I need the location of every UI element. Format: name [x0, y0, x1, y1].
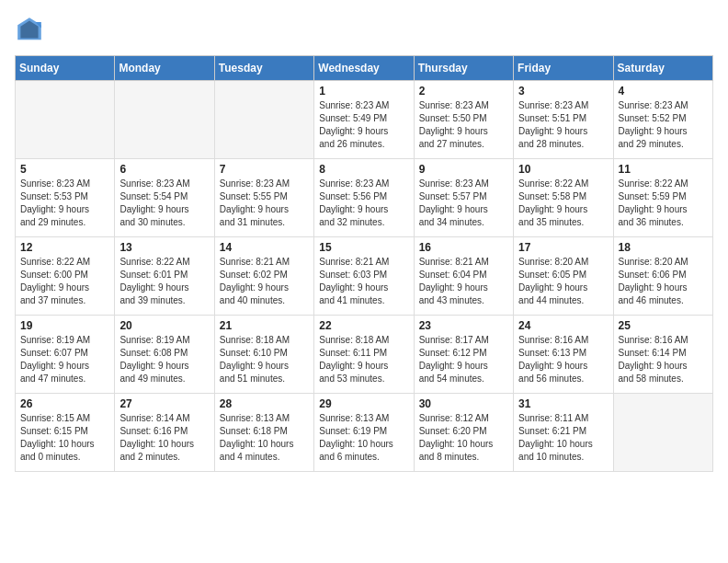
weekday-wednesday: Wednesday [314, 56, 414, 81]
week-row-5: 26Sunrise: 8:15 AM Sunset: 6:15 PM Dayli… [16, 394, 713, 472]
day-number: 12 [20, 241, 109, 254]
day-info: Sunrise: 8:11 AM Sunset: 6:21 PM Dayligh… [518, 412, 608, 464]
day-number: 22 [319, 319, 408, 332]
day-cell: 26Sunrise: 8:15 AM Sunset: 6:15 PM Dayli… [16, 394, 115, 472]
day-number: 8 [319, 163, 408, 176]
day-number: 17 [518, 241, 608, 254]
day-cell: 8Sunrise: 8:23 AM Sunset: 5:56 PM Daylig… [314, 159, 414, 237]
day-cell [115, 81, 214, 159]
day-number: 28 [220, 397, 309, 410]
day-info: Sunrise: 8:22 AM Sunset: 5:59 PM Dayligh… [619, 178, 708, 229]
day-info: Sunrise: 8:23 AM Sunset: 5:56 PM Dayligh… [319, 178, 408, 229]
day-info: Sunrise: 8:13 AM Sunset: 6:18 PM Dayligh… [220, 412, 309, 464]
day-cell: 16Sunrise: 8:21 AM Sunset: 6:04 PM Dayli… [414, 237, 513, 316]
day-info: Sunrise: 8:18 AM Sunset: 6:11 PM Dayligh… [319, 334, 408, 385]
day-cell: 20Sunrise: 8:19 AM Sunset: 6:08 PM Dayli… [115, 316, 214, 394]
day-number: 24 [518, 319, 608, 332]
calendar-body: 1Sunrise: 8:23 AM Sunset: 5:49 PM Daylig… [16, 81, 713, 472]
day-number: 11 [619, 163, 708, 176]
day-number: 25 [619, 319, 708, 332]
day-number: 20 [119, 319, 209, 332]
day-number: 6 [119, 163, 209, 176]
day-number: 23 [419, 319, 508, 332]
day-number: 18 [619, 241, 708, 254]
day-cell: 3Sunrise: 8:23 AM Sunset: 5:51 PM Daylig… [514, 81, 613, 159]
weekday-saturday: Saturday [613, 56, 712, 81]
day-info: Sunrise: 8:23 AM Sunset: 5:50 PM Dayligh… [419, 99, 508, 151]
day-cell: 29Sunrise: 8:13 AM Sunset: 6:19 PM Dayli… [314, 394, 414, 472]
weekday-thursday: Thursday [414, 56, 513, 81]
day-info: Sunrise: 8:23 AM Sunset: 5:53 PM Dayligh… [20, 178, 109, 229]
logo-icon [15, 15, 44, 44]
weekday-sunday: Sunday [16, 56, 115, 81]
day-number: 14 [220, 241, 309, 254]
day-cell: 17Sunrise: 8:20 AM Sunset: 6:05 PM Dayli… [514, 237, 613, 316]
day-number: 16 [419, 241, 508, 254]
day-info: Sunrise: 8:23 AM Sunset: 5:52 PM Dayligh… [619, 99, 708, 151]
day-number: 5 [20, 163, 109, 176]
weekday-friday: Friday [514, 56, 613, 81]
calendar-table: SundayMondayTuesdayWednesdayThursdayFrid… [15, 55, 713, 472]
day-info: Sunrise: 8:23 AM Sunset: 5:57 PM Dayligh… [419, 178, 508, 229]
week-row-3: 12Sunrise: 8:22 AM Sunset: 6:00 PM Dayli… [16, 237, 713, 316]
day-cell: 21Sunrise: 8:18 AM Sunset: 6:10 PM Dayli… [214, 316, 313, 394]
weekday-tuesday: Tuesday [214, 56, 313, 81]
day-number: 30 [419, 397, 508, 410]
day-info: Sunrise: 8:19 AM Sunset: 6:07 PM Dayligh… [20, 334, 109, 385]
day-cell: 5Sunrise: 8:23 AM Sunset: 5:53 PM Daylig… [16, 159, 115, 237]
day-info: Sunrise: 8:18 AM Sunset: 6:10 PM Dayligh… [220, 334, 309, 385]
day-cell: 18Sunrise: 8:20 AM Sunset: 6:06 PM Dayli… [613, 237, 712, 316]
day-number: 2 [419, 85, 508, 98]
day-info: Sunrise: 8:22 AM Sunset: 6:00 PM Dayligh… [20, 256, 109, 307]
day-info: Sunrise: 8:21 AM Sunset: 6:04 PM Dayligh… [419, 256, 508, 307]
day-info: Sunrise: 8:15 AM Sunset: 6:15 PM Dayligh… [20, 412, 109, 464]
day-number: 13 [119, 241, 209, 254]
day-info: Sunrise: 8:13 AM Sunset: 6:19 PM Dayligh… [319, 412, 408, 464]
week-row-1: 1Sunrise: 8:23 AM Sunset: 5:49 PM Daylig… [16, 81, 713, 159]
week-row-4: 19Sunrise: 8:19 AM Sunset: 6:07 PM Dayli… [16, 316, 713, 394]
day-info: Sunrise: 8:16 AM Sunset: 6:13 PM Dayligh… [518, 334, 608, 385]
day-cell: 22Sunrise: 8:18 AM Sunset: 6:11 PM Dayli… [314, 316, 414, 394]
day-info: Sunrise: 8:22 AM Sunset: 6:01 PM Dayligh… [119, 256, 209, 307]
day-cell [214, 81, 313, 159]
day-cell: 9Sunrise: 8:23 AM Sunset: 5:57 PM Daylig… [414, 159, 513, 237]
weekday-monday: Monday [115, 56, 214, 81]
day-cell: 24Sunrise: 8:16 AM Sunset: 6:13 PM Dayli… [514, 316, 613, 394]
day-number: 3 [518, 85, 608, 98]
day-info: Sunrise: 8:12 AM Sunset: 6:20 PM Dayligh… [419, 412, 508, 464]
day-number: 19 [20, 319, 109, 332]
week-row-2: 5Sunrise: 8:23 AM Sunset: 5:53 PM Daylig… [16, 159, 713, 237]
day-cell: 4Sunrise: 8:23 AM Sunset: 5:52 PM Daylig… [613, 81, 712, 159]
day-cell: 28Sunrise: 8:13 AM Sunset: 6:18 PM Dayli… [214, 394, 313, 472]
day-number: 27 [119, 397, 209, 410]
day-cell: 30Sunrise: 8:12 AM Sunset: 6:20 PM Dayli… [414, 394, 513, 472]
weekday-header-row: SundayMondayTuesdayWednesdayThursdayFrid… [16, 56, 713, 81]
day-number: 29 [319, 397, 408, 410]
day-cell: 27Sunrise: 8:14 AM Sunset: 6:16 PM Dayli… [115, 394, 214, 472]
day-info: Sunrise: 8:23 AM Sunset: 5:54 PM Dayligh… [119, 178, 209, 229]
day-info: Sunrise: 8:23 AM Sunset: 5:55 PM Dayligh… [220, 178, 309, 229]
day-cell: 15Sunrise: 8:21 AM Sunset: 6:03 PM Dayli… [314, 237, 414, 316]
day-number: 7 [220, 163, 309, 176]
day-cell: 2Sunrise: 8:23 AM Sunset: 5:50 PM Daylig… [414, 81, 513, 159]
day-number: 4 [619, 85, 708, 98]
day-cell: 11Sunrise: 8:22 AM Sunset: 5:59 PM Dayli… [613, 159, 712, 237]
day-cell: 14Sunrise: 8:21 AM Sunset: 6:02 PM Dayli… [214, 237, 313, 316]
day-cell: 10Sunrise: 8:22 AM Sunset: 5:58 PM Dayli… [514, 159, 613, 237]
day-info: Sunrise: 8:21 AM Sunset: 6:02 PM Dayligh… [220, 256, 309, 307]
day-cell [16, 81, 115, 159]
day-info: Sunrise: 8:17 AM Sunset: 6:12 PM Dayligh… [419, 334, 508, 385]
day-cell: 7Sunrise: 8:23 AM Sunset: 5:55 PM Daylig… [214, 159, 313, 237]
day-cell: 25Sunrise: 8:16 AM Sunset: 6:14 PM Dayli… [613, 316, 712, 394]
day-info: Sunrise: 8:20 AM Sunset: 6:06 PM Dayligh… [619, 256, 708, 307]
day-number: 21 [220, 319, 309, 332]
day-info: Sunrise: 8:21 AM Sunset: 6:03 PM Dayligh… [319, 256, 408, 307]
day-number: 26 [20, 397, 109, 410]
day-info: Sunrise: 8:23 AM Sunset: 5:49 PM Dayligh… [319, 99, 408, 151]
day-cell: 23Sunrise: 8:17 AM Sunset: 6:12 PM Dayli… [414, 316, 513, 394]
day-info: Sunrise: 8:23 AM Sunset: 5:51 PM Dayligh… [518, 99, 608, 151]
day-cell: 1Sunrise: 8:23 AM Sunset: 5:49 PM Daylig… [314, 81, 414, 159]
day-info: Sunrise: 8:19 AM Sunset: 6:08 PM Dayligh… [119, 334, 209, 385]
day-cell [613, 394, 712, 472]
day-cell: 19Sunrise: 8:19 AM Sunset: 6:07 PM Dayli… [16, 316, 115, 394]
